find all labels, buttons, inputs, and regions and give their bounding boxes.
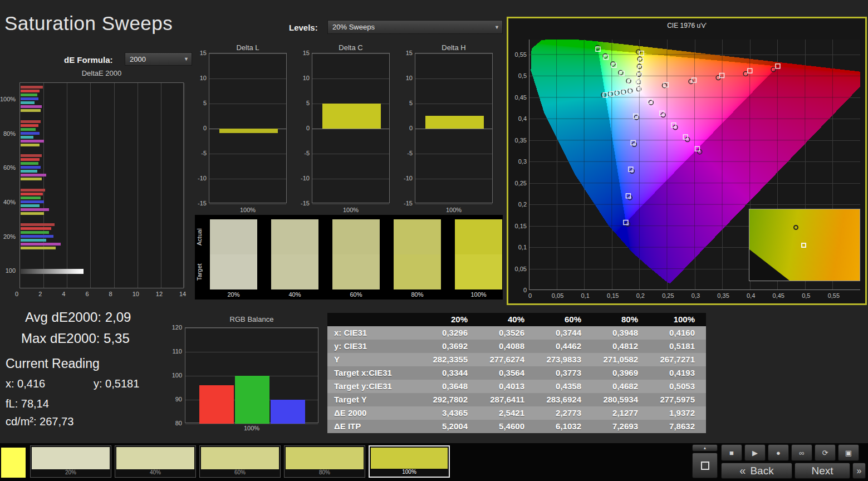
toolbar-swatch-100%[interactable]: 100% [369, 445, 450, 478]
x-tick-label: 0,3 [686, 292, 705, 299]
de-bar [21, 158, 40, 161]
de-bar [21, 86, 43, 89]
y-tick-label: 0,35 [509, 137, 527, 144]
table-row: y: CIE310,36920,40880,44620,48120,5181 [327, 340, 706, 353]
de-formula-dropdown[interactable]: 2000 ▼ [125, 52, 192, 66]
record-button[interactable]: ● [768, 444, 789, 461]
play-button[interactable]: ▶ [744, 444, 766, 461]
header-cell: 80% [592, 313, 649, 326]
value-cell: 0,3564 [479, 366, 536, 380]
toolbar-swatch-40%[interactable]: 40% [115, 445, 196, 478]
swatch-color [32, 447, 110, 469]
deltae2000-chart[interactable]: DeltaE 2000 100%80%60%40%20%100 02468101… [0, 69, 189, 298]
de-bar [21, 235, 53, 238]
group-label: 40% [0, 199, 16, 205]
value-cell: 0,3344 [422, 366, 479, 380]
value-cell: 0,5181 [649, 340, 706, 353]
gridline [209, 104, 286, 104]
next-page-button[interactable]: » [852, 463, 866, 479]
de-formula-value: 2000 [130, 55, 146, 63]
gridline [312, 179, 389, 179]
back-button[interactable]: « Back [721, 463, 792, 479]
y-tick-label: -10 [192, 175, 207, 181]
value-cell: 0,3648 [422, 380, 479, 393]
value-cell: 292,7802 [422, 393, 479, 406]
collapse-button[interactable]: ▲ [692, 444, 718, 451]
value-cell: 280,5934 [592, 393, 649, 406]
de-bar [21, 90, 40, 92]
sweep-patch-80%: 80% [394, 219, 441, 298]
target-patch [455, 254, 502, 289]
y-tick-label: 10 [192, 75, 207, 81]
sweep-patch-40%: 40% [271, 219, 318, 298]
patch-label: 20% [210, 291, 257, 298]
de-bar [21, 128, 36, 131]
gridline [185, 328, 318, 328]
x-tick-label: 14 [179, 291, 186, 297]
target-patch [394, 254, 441, 289]
header-cell: 40% [479, 313, 536, 326]
current-x-value: x: 0,416 [6, 377, 45, 390]
value-cell: 0,3744 [536, 326, 592, 340]
capture-button[interactable]: ▣ [838, 444, 859, 461]
gridline [415, 53, 492, 54]
gridline [43, 83, 44, 288]
record-icon: ● [776, 449, 781, 457]
rgb-balance-chart[interactable]: RGB Balance 1201101009080 100% [170, 315, 326, 435]
patch-label: 80% [394, 291, 441, 298]
stop-button[interactable]: ■ [721, 444, 742, 461]
toolbar-swatch-60%[interactable]: 60% [199, 445, 281, 478]
plot-area [185, 327, 318, 423]
value-cell: 5,2004 [422, 420, 479, 433]
y-tick-label: 0 [398, 125, 413, 131]
gridline [209, 154, 286, 154]
toolbar-swatch-80%[interactable]: 80% [284, 445, 365, 478]
de-bar [21, 208, 49, 211]
row-label: y: CIE31 [327, 340, 422, 353]
levels-dropdown[interactable]: 20% Sweeps ▼ [327, 20, 503, 34]
value-cell: 2,1277 [592, 406, 649, 420]
x-tick-label: 0 [15, 291, 18, 297]
cie-1976-chart[interactable]: CIE 1976 u'v' 00,050,10,150,20,250,30,35… [507, 17, 867, 305]
chevron-down-icon: ▼ [180, 56, 189, 62]
gridline [209, 78, 286, 79]
delta-l-chart[interactable]: Delta L 151050-5-10-15 100% [192, 43, 292, 213]
value-cell: 7,8632 [649, 420, 706, 433]
value-cell: 0,4462 [536, 340, 592, 353]
de-formula-label: dE Formula: [64, 55, 113, 65]
delta-c-chart[interactable]: Delta C 151050-5-10-15 100% [295, 43, 395, 213]
de-bar [21, 243, 61, 246]
refresh-button[interactable]: ⟳ [815, 444, 836, 461]
sweep-patch-60%: 60% [332, 219, 380, 298]
bottom-toolbar: 20%40%60%80%100% ▲ ■▶●∞⟳▣ « Back Next » [0, 443, 868, 481]
continuous-measure-button[interactable]: ∞ [791, 444, 812, 461]
swatch-label: 60% [201, 469, 279, 476]
chart-title: Delta L [209, 43, 287, 52]
group-label: 100 [0, 267, 16, 274]
gridline [312, 129, 389, 129]
header-cell [327, 313, 422, 326]
y-tick-label: 0,05 [509, 266, 527, 272]
row-label: Target y:CIE31 [327, 380, 422, 393]
de-bar [21, 101, 35, 104]
x-tick-label: 0 [521, 292, 540, 299]
y-tick-label: 0,5 [509, 72, 527, 79]
delta-h-chart[interactable]: Delta H 151050-5-10-15 100% [398, 43, 498, 213]
y-tick-label: -15 [295, 200, 310, 207]
gridline [415, 179, 492, 179]
next-button[interactable]: Next [795, 463, 850, 479]
value-cell: 0,3948 [592, 326, 649, 340]
y-tick-label: 100 [170, 372, 182, 379]
y-tick-label: 0,4 [509, 115, 527, 122]
table-row: Target x:CIE310,33440,35640,37730,39690,… [327, 366, 706, 380]
table-row: Y282,3355277,6274273,9833271,0582267,727… [327, 353, 706, 366]
group-label: 80% [0, 130, 16, 137]
chart-title: Delta C [312, 43, 390, 52]
refresh-icon: ⟳ [822, 449, 828, 457]
value-cell: 0,3692 [422, 340, 479, 353]
stop-measure-button[interactable] [692, 453, 718, 478]
toolbar-swatch-20%[interactable]: 20% [30, 445, 111, 478]
current-reading-label: Current Reading [6, 356, 100, 371]
x-axis-label: 100% [209, 207, 287, 213]
y-tick-label: 0,3 [509, 158, 527, 165]
